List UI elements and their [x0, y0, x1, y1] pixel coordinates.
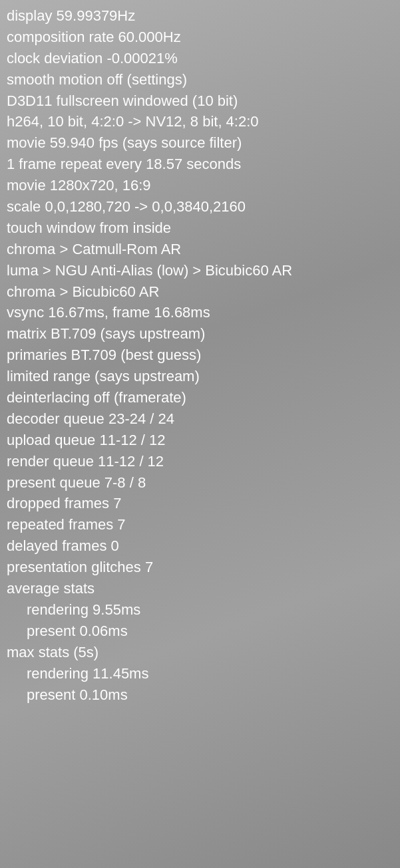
stat-line-6: movie 59.940 fps (says source filter): [7, 132, 393, 154]
stat-line-17: limited range (says upstream): [7, 366, 393, 387]
stat-line-4: D3D11 fullscreen windowed (10 bit): [7, 90, 393, 112]
stat-line-26: presentation glitches 7: [7, 557, 393, 578]
stat-line-7: 1 frame repeat every 18.57 seconds: [7, 154, 393, 175]
stat-line-3: smooth motion off (settings): [7, 69, 393, 90]
stat-line-11: chroma > Catmull-Rom AR: [7, 239, 393, 260]
stat-line-13: chroma > Bicubic60 AR: [7, 281, 393, 303]
stat-line-0: display 59.99379Hz: [7, 5, 393, 27]
stat-line-2: clock deviation -0.00021%: [7, 48, 393, 69]
stat-line-14: vsync 16.67ms, frame 16.68ms: [7, 302, 393, 323]
stat-line-1: composition rate 60.000Hz: [7, 27, 393, 48]
stat-line-8: movie 1280x720, 16:9: [7, 175, 393, 196]
stat-line-20: upload queue 11-12 / 12: [7, 430, 393, 451]
stat-line-27: average stats: [7, 578, 393, 599]
stats-container: display 59.99379Hzcomposition rate 60.00…: [7, 5, 393, 705]
stat-line-15: matrix BT.709 (says upstream): [7, 323, 393, 345]
stat-line-31: rendering 11.45ms: [7, 663, 393, 684]
stat-line-22: present queue 7-8 / 8: [7, 472, 393, 494]
stat-line-32: present 0.10ms: [7, 684, 393, 706]
stat-line-25: delayed frames 0: [7, 535, 393, 557]
stat-line-12: luma > NGU Anti-Alias (low) > Bicubic60 …: [7, 260, 393, 281]
stat-line-16: primaries BT.709 (best guess): [7, 345, 393, 366]
stat-line-10: touch window from inside: [7, 217, 393, 239]
stat-line-30: max stats (5s): [7, 642, 393, 663]
stat-line-9: scale 0,0,1280,720 -> 0,0,3840,2160: [7, 196, 393, 217]
stat-line-21: render queue 11-12 / 12: [7, 451, 393, 472]
stat-line-18: deinterlacing off (framerate): [7, 387, 393, 408]
stat-line-23: dropped frames 7: [7, 493, 393, 514]
stat-line-19: decoder queue 23-24 / 24: [7, 408, 393, 430]
stat-line-24: repeated frames 7: [7, 514, 393, 535]
stat-line-5: h264, 10 bit, 4:2:0 -> NV12, 8 bit, 4:2:…: [7, 111, 393, 132]
stat-line-29: present 0.06ms: [7, 621, 393, 642]
stat-line-28: rendering 9.55ms: [7, 599, 393, 621]
